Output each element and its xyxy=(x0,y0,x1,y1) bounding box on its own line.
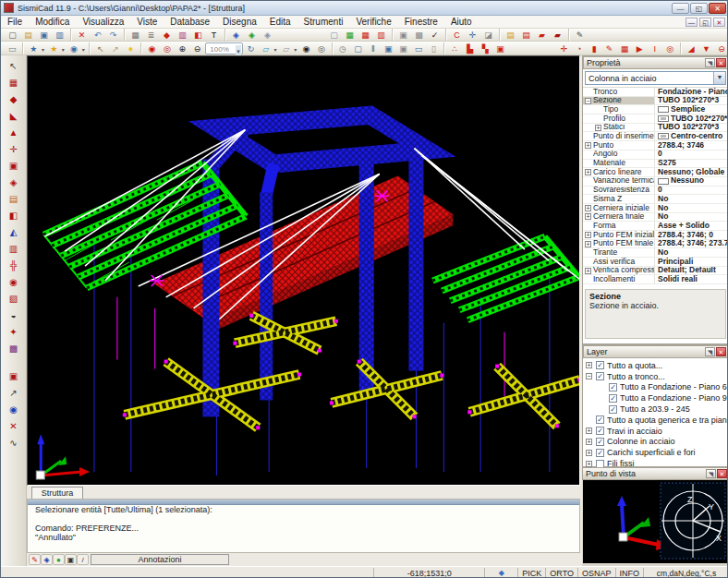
property-value[interactable]: Fondazione - Piano 6 xyxy=(658,88,728,96)
cross-tool-icon[interactable]: ✛ xyxy=(6,141,22,156)
layer-checkbox[interactable] xyxy=(596,372,604,380)
beam-red-icon[interactable]: ▰ xyxy=(535,29,550,41)
slab-icon[interactable]: ▦ xyxy=(617,42,631,54)
osnap-toggle[interactable]: OSNAP xyxy=(578,568,616,578)
property-value[interactable]: Centro-centro xyxy=(671,132,722,140)
annot-block-icon[interactable]: ▣ xyxy=(65,554,77,565)
favorite-gold-icon[interactable]: ★ xyxy=(46,42,60,54)
property-row[interactable]: Angolo 0 xyxy=(583,151,728,160)
erase-tool-icon[interactable]: ✕ xyxy=(6,418,22,433)
menu-item[interactable]: Aiuto xyxy=(444,16,479,29)
pin-icon[interactable]: ◥ xyxy=(706,469,716,478)
open-icon[interactable]: ▤ xyxy=(21,29,36,41)
property-value[interactable]: No xyxy=(658,204,668,212)
expand-icon[interactable] xyxy=(585,213,591,220)
window-icon[interactable]: ▢ xyxy=(327,29,342,41)
viewpoint-header[interactable]: Punto di vista ◥ ✕ xyxy=(582,467,728,480)
property-value[interactable]: TUBO 102*270*3 xyxy=(671,114,728,123)
section-view-icon[interactable]: ◪ xyxy=(481,29,496,41)
layer-tree-item[interactable]: Colonne in acciaio xyxy=(583,437,728,448)
frame-icon[interactable]: ▣ xyxy=(396,29,411,41)
move-icon[interactable]: ✛ xyxy=(466,29,480,41)
expand-icon[interactable] xyxy=(586,461,592,467)
property-row[interactable]: Punto di inserimento Centro-centro xyxy=(583,132,728,141)
property-row[interactable]: Punto FEM iniziale 2788.4; 3746; 0 xyxy=(583,231,728,240)
mesh-icon[interactable]: ▩ xyxy=(412,29,427,41)
corner-icon[interactable]: ▙ xyxy=(463,42,477,54)
wedge-tool-icon[interactable]: ◣ xyxy=(6,108,22,123)
expand-icon[interactable] xyxy=(585,241,591,247)
target-icon[interactable]: ◉ xyxy=(6,402,22,416)
property-value[interactable]: Default; Default xyxy=(658,267,716,275)
property-value[interactable]: 0 xyxy=(658,151,662,159)
mdi-restore-button[interactable]: ◱ xyxy=(699,18,711,27)
grid-green-icon[interactable]: ▦ xyxy=(343,29,358,41)
layer-tree-item[interactable]: Tutto a quota... xyxy=(583,360,728,371)
properties-header[interactable]: Proprietà ◥ ✕ xyxy=(583,56,728,69)
layer-checkbox[interactable] xyxy=(596,438,604,446)
circle-icon[interactable]: ◎ xyxy=(662,42,676,54)
plate-tool-icon[interactable]: ▣ xyxy=(6,158,22,173)
property-value[interactable]: Nessuno; Globale xyxy=(658,168,724,176)
expand-icon[interactable] xyxy=(585,142,591,149)
annot-line-icon[interactable]: / xyxy=(77,554,89,565)
property-row[interactable]: Sisma Z No xyxy=(583,195,728,204)
menu-item[interactable]: Visualizza xyxy=(76,16,130,29)
pile-tool-icon[interactable]: ◉ xyxy=(6,274,22,289)
solid-green-icon[interactable]: ◈ xyxy=(245,29,260,41)
property-row[interactable]: Carico lineare Nessuno; Globale xyxy=(583,168,728,177)
annotate-icon[interactable]: ✎ xyxy=(573,29,588,41)
close-panel-icon[interactable]: ✕ xyxy=(717,469,727,478)
window-grey-icon[interactable]: ▣ xyxy=(396,42,410,54)
layer-checkbox[interactable] xyxy=(596,427,604,435)
status-units[interactable]: cm,daN,deg,°C,s xyxy=(644,568,728,578)
title-bar[interactable]: SismiCad 11.9 - C:\Users\Gianni\Desktop\… xyxy=(1,1,728,16)
property-value[interactable]: No xyxy=(658,213,668,222)
node-move-icon[interactable]: ✛ xyxy=(557,42,571,54)
extend-icon[interactable]: ▶ xyxy=(633,42,647,54)
pick-toggle[interactable]: PICK xyxy=(518,568,546,578)
chevron-down-icon[interactable]: ▼ xyxy=(713,72,725,84)
property-row[interactable]: Assi verifica Principali xyxy=(583,258,728,267)
check-icon[interactable]: ✓ xyxy=(428,29,443,41)
zoom-in-icon[interactable]: ⊕ xyxy=(176,42,189,54)
property-value[interactable]: No xyxy=(658,195,668,203)
property-row[interactable]: Cerniera finale No xyxy=(583,213,728,223)
layer-tree-item[interactable]: Travi in acciaio xyxy=(583,426,728,437)
sphere-icon[interactable]: ◉ xyxy=(67,42,80,54)
solid-tool-icon[interactable]: ◈ xyxy=(6,175,22,189)
truss-tool-icon[interactable]: ▲ xyxy=(6,125,22,139)
restore-button[interactable]: ◱ xyxy=(690,3,708,14)
property-row[interactable]: Cerniera iniziale No xyxy=(583,204,728,213)
menu-item[interactable]: Disegna xyxy=(216,16,263,29)
layer-checkbox[interactable] xyxy=(609,394,617,403)
expand-icon[interactable] xyxy=(595,125,601,131)
mail-icon[interactable]: ▭ xyxy=(6,42,19,54)
mdi-close-button[interactable]: ✕ xyxy=(713,18,725,27)
grid-red-icon[interactable]: ▦ xyxy=(358,29,373,41)
monitor-icon[interactable]: ▢ xyxy=(351,42,365,54)
zoom-window-icon[interactable]: ◉ xyxy=(145,42,159,54)
floor-tool-icon[interactable]: ▥ xyxy=(6,241,22,256)
orto-toggle[interactable]: ORTO xyxy=(546,568,578,578)
layer-header[interactable]: Layer ◥ ✕ xyxy=(583,345,728,358)
property-row[interactable]: Incollamenti Solidi reali xyxy=(583,275,728,284)
hatch-tool-icon[interactable]: ▩ xyxy=(6,341,22,355)
layers-red-icon[interactable]: ▤ xyxy=(519,29,534,41)
property-row[interactable]: Forma Asse + Solido xyxy=(583,222,728,231)
viewpoint-widget[interactable]: Z Y X xyxy=(583,480,728,563)
block-icon[interactable]: ▣ xyxy=(493,42,507,54)
panel-icon[interactable]: ▭ xyxy=(411,42,425,54)
column-icon[interactable]: ▮ xyxy=(588,42,601,54)
menu-item[interactable]: Database xyxy=(164,16,216,29)
shell-tool-icon[interactable]: ◭ xyxy=(6,224,22,239)
status-snap-icon[interactable]: ◆ xyxy=(485,568,518,578)
node-icon[interactable]: ◆ xyxy=(160,29,175,41)
expand-icon[interactable] xyxy=(585,98,591,104)
property-value[interactable]: 2788.4; 3746; 0 xyxy=(658,231,713,239)
beam-dark-icon[interactable]: ▰ xyxy=(551,29,565,41)
compass-icon[interactable]: C xyxy=(450,29,465,41)
menu-item[interactable]: Edita xyxy=(263,16,297,29)
layers-yellow-icon[interactable]: ▤ xyxy=(504,29,518,41)
layer-tool-icon[interactable]: ▤ xyxy=(6,191,22,206)
